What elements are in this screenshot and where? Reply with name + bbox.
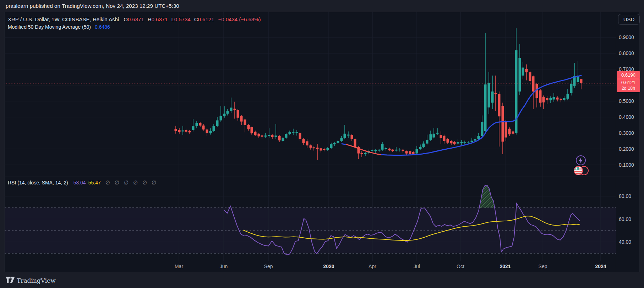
symbol-title: XRP / U.S. Dollar, 1W, COINBASE, Heikin … [8,16,119,22]
lightning-icon [578,157,583,163]
empty-set-icon: ∅ [115,179,119,186]
time-axis-label: Apr [369,264,376,269]
ohlc-item: C0.6121 [194,16,214,22]
chart-canvas[interactable] [0,0,644,288]
empty-set-icon: ∅ [152,179,156,186]
price-axis-separator [616,12,616,272]
price-axis-label: 0.1000 [619,162,634,168]
symbol-legend: XRP / U.S. Dollar, 1W, COINBASE, Heikin … [8,16,261,22]
time-axis-label: 2020 [323,264,334,269]
rsi-axis-label: 60.00 [619,216,631,222]
rsi-axis-label: 80.00 [619,193,631,199]
tradingview-snapshot: praslearn published on TradingView.com, … [0,0,644,288]
ma50-line [382,76,581,155]
rsi-legend: RSI (14, close, SMA, 14, 2) 58.04 55.47 … [8,179,156,186]
time-axis-label: 2021 [500,264,511,269]
ma-value: 0.6486 [95,24,110,30]
price-axis-label: 0.2000 [619,146,634,152]
rsi-value: 58.04 [73,180,86,185]
usd-flag-icon [574,166,583,175]
idea-marker-button[interactable] [576,155,586,165]
time-axis-label: Sep [539,264,547,269]
ohlc-values: O0.6371H0.6371L0.5734C0.6121 [124,16,214,22]
empty-set-icon: ∅ [105,179,110,186]
empty-set-icon: ∅ [142,179,147,186]
price-axis-label: 0.3000 [619,130,634,136]
currency-unit-button[interactable]: USD [618,14,640,25]
rsi-axis-label: 40.00 [619,239,631,245]
ma50-line [342,144,346,145]
candles [175,28,583,160]
time-axis-label: Oct [457,264,464,269]
tradingview-logo-icon[interactable] [6,277,15,283]
time-axis-label: Sep [264,264,273,269]
ohlc-item: H0.6371 [148,16,168,22]
ma-label: Modified 50 Day Moving Average (50) [8,24,91,30]
time-axis-label: Jul [414,264,420,269]
symbol-pair-logo [574,166,589,176]
rsi-sma-value: 55.47 [88,180,101,185]
price-axis-label: 0.8000 [619,50,634,56]
last-price-badge: 0.6121 2d 18h [617,79,640,92]
rsi-label: RSI (14, close, SMA, 14, 2) [8,180,68,185]
ohlc-item: L0.5734 [171,16,190,22]
price-axis-label: 0.4000 [619,114,634,120]
rsi-overbought-fill [480,185,495,207]
time-axis-label: Jun [220,264,228,269]
flag-canton [574,167,579,170]
empty-set-icon: ∅ [124,179,129,186]
rsi-empty-slots: ∅∅∅∅∅∅ [105,179,156,186]
time-axis-label: 2024 [595,264,606,269]
price-axis-label: 0.5000 [619,98,634,104]
change-value: −0.0434 (−6.63%) [218,16,261,22]
tradingview-wordmark[interactable]: TradingView [17,277,56,284]
time-axis-label: Mar [175,264,183,269]
price-axis-label: 0.9000 [619,34,634,40]
ohlc-item: O0.6371 [124,16,144,22]
price-badge-secondary: 0.6190 [617,71,640,79]
time-axis-separator [5,261,639,261]
empty-set-icon: ∅ [133,179,138,186]
bar-countdown: 2d 18h [617,85,640,91]
last-price-value: 0.6121 [617,80,640,85]
pane-divider[interactable] [5,177,639,177]
ma-legend: Modified 50 Day Moving Average (50) 0.64… [8,24,110,30]
